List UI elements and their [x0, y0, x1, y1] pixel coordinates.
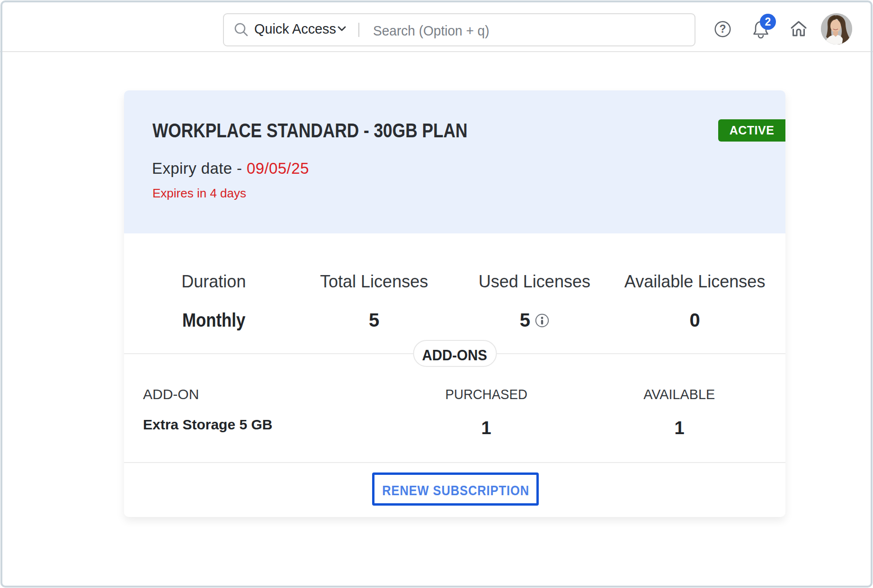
- svg-text:?: ?: [719, 23, 726, 35]
